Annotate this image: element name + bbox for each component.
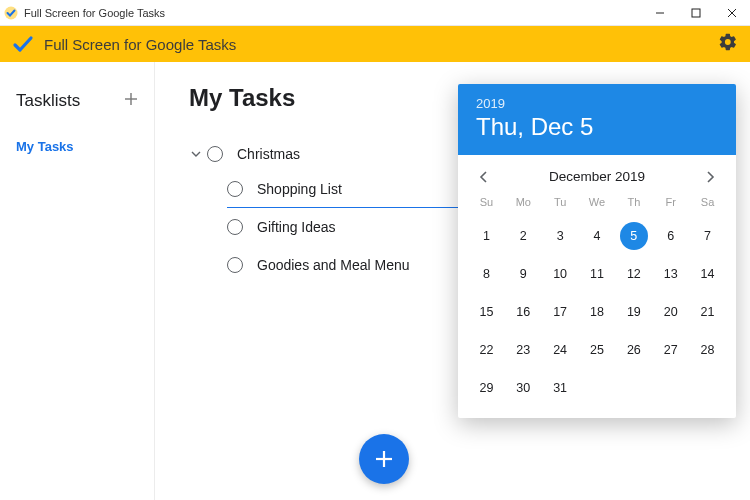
- datepicker-day[interactable]: 2: [509, 222, 537, 250]
- datepicker-day[interactable]: 21: [694, 298, 722, 326]
- plus-icon: [373, 448, 395, 470]
- datepicker-date-display[interactable]: Thu, Dec 5: [476, 113, 718, 141]
- app-title: Full Screen for Google Tasks: [44, 36, 236, 53]
- window-titlebar: Full Screen for Google Tasks: [0, 0, 750, 26]
- svg-rect-2: [692, 9, 700, 17]
- datepicker-day[interactable]: 19: [620, 298, 648, 326]
- datepicker-day[interactable]: 5: [620, 222, 648, 250]
- task-checkbox[interactable]: [207, 146, 223, 162]
- datepicker-day[interactable]: 23: [509, 336, 537, 364]
- datepicker-day[interactable]: 3: [546, 222, 574, 250]
- datepicker-dow: Fr: [652, 194, 689, 212]
- datepicker-day[interactable]: 30: [509, 374, 537, 402]
- plus-icon: [124, 92, 138, 106]
- datepicker-day[interactable]: 26: [620, 336, 648, 364]
- datepicker-day[interactable]: 8: [472, 260, 500, 288]
- datepicker-day[interactable]: 7: [694, 222, 722, 250]
- datepicker-day[interactable]: 17: [546, 298, 574, 326]
- datepicker-dow: Tu: [542, 194, 579, 212]
- datepicker-year[interactable]: 2019: [476, 96, 718, 111]
- datepicker-day[interactable]: 1: [472, 222, 500, 250]
- sidebar-heading: Tasklists: [16, 91, 124, 111]
- datepicker-day[interactable]: 16: [509, 298, 537, 326]
- datepicker-header: 2019 Thu, Dec 5: [458, 84, 736, 155]
- datepicker-day[interactable]: 22: [472, 336, 500, 364]
- datepicker-month-label: December 2019: [549, 169, 645, 184]
- chevron-right-icon: [705, 171, 715, 183]
- sidebar-item-my-tasks[interactable]: My Tasks: [0, 133, 154, 160]
- app-icon: [4, 6, 18, 20]
- prev-month-button[interactable]: [474, 171, 494, 183]
- datepicker-dow: Su: [468, 194, 505, 212]
- datepicker-dow: Sa: [689, 194, 726, 212]
- datepicker-dow: Th: [615, 194, 652, 212]
- task-label: Gifting Ideas: [257, 219, 336, 235]
- datepicker-day[interactable]: 20: [657, 298, 685, 326]
- datepicker-day[interactable]: 15: [472, 298, 500, 326]
- window-title: Full Screen for Google Tasks: [24, 7, 165, 19]
- next-month-button[interactable]: [700, 171, 720, 183]
- sidebar: Tasklists My Tasks: [0, 62, 155, 500]
- datepicker-day[interactable]: 4: [583, 222, 611, 250]
- minimize-button[interactable]: [642, 0, 678, 26]
- datepicker-day[interactable]: 25: [583, 336, 611, 364]
- settings-button[interactable]: [718, 32, 738, 56]
- datepicker-day[interactable]: 18: [583, 298, 611, 326]
- datepicker-dow: Mo: [505, 194, 542, 212]
- datepicker-day[interactable]: 9: [509, 260, 537, 288]
- task-checkbox[interactable]: [227, 257, 243, 273]
- datepicker-grid: SuMoTuWeThFrSa12345678910111213141516171…: [468, 194, 726, 402]
- datepicker-day[interactable]: 27: [657, 336, 685, 364]
- datepicker-day[interactable]: 12: [620, 260, 648, 288]
- app-logo-icon: [12, 33, 34, 55]
- task-checkbox[interactable]: [227, 181, 243, 197]
- datepicker-day[interactable]: 28: [694, 336, 722, 364]
- add-task-fab[interactable]: [359, 434, 409, 484]
- task-checkbox[interactable]: [227, 219, 243, 235]
- datepicker-day[interactable]: 24: [546, 336, 574, 364]
- app-toolbar: Full Screen for Google Tasks: [0, 26, 750, 62]
- chevron-left-icon: [479, 171, 489, 183]
- task-label: Shopping List: [257, 181, 342, 197]
- datepicker-day[interactable]: 29: [472, 374, 500, 402]
- task-label: Christmas: [237, 146, 300, 162]
- expand-toggle[interactable]: [189, 149, 203, 159]
- window-controls: [642, 0, 750, 26]
- datepicker-day[interactable]: 10: [546, 260, 574, 288]
- datepicker-day[interactable]: 13: [657, 260, 685, 288]
- close-button[interactable]: [714, 0, 750, 26]
- add-tasklist-button[interactable]: [124, 90, 138, 111]
- datepicker-day[interactable]: 11: [583, 260, 611, 288]
- task-label: Goodies and Meal Menu: [257, 257, 410, 273]
- datepicker-day[interactable]: 31: [546, 374, 574, 402]
- datepicker: 2019 Thu, Dec 5 December 2019 SuMoTuWeTh…: [458, 84, 736, 418]
- datepicker-day[interactable]: 14: [694, 260, 722, 288]
- datepicker-dow: We: [579, 194, 616, 212]
- datepicker-day[interactable]: 6: [657, 222, 685, 250]
- maximize-button[interactable]: [678, 0, 714, 26]
- gear-icon: [718, 32, 738, 52]
- chevron-down-icon: [191, 149, 201, 159]
